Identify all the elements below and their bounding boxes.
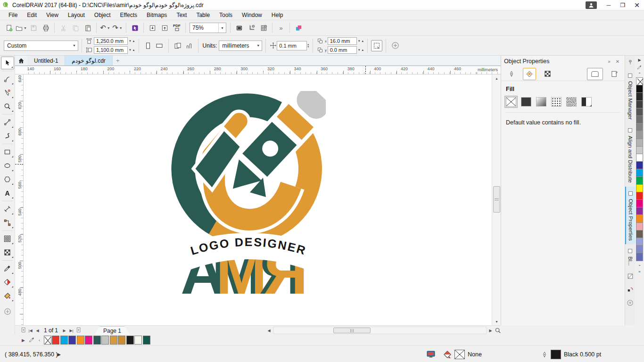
zoom-level-dropdown[interactable]: 75%▼ <box>190 23 226 33</box>
next-page-button[interactable]: ▶ <box>61 329 68 333</box>
close-button[interactable]: ✕ <box>630 0 644 10</box>
rectangle-tool[interactable] <box>1 146 14 158</box>
docker-tab-bl-[interactable]: Bl... <box>627 244 634 270</box>
menu-tools[interactable]: Tools <box>215 11 237 19</box>
docker-close-icon[interactable]: ✕ <box>613 59 622 64</box>
add-page-end-button[interactable] <box>75 327 82 334</box>
add-tool-button[interactable] <box>1 305 14 318</box>
document-palette-swatch[interactable] <box>85 336 92 345</box>
menu-layout[interactable]: Layout <box>63 11 90 19</box>
artistic-media-tool[interactable] <box>1 130 14 142</box>
print-button[interactable] <box>40 22 51 34</box>
menu-bitmaps[interactable]: Bitmaps <box>142 11 172 19</box>
page-height-field[interactable]: 1,100.0 mm <box>94 46 128 54</box>
no-fill-fill-button[interactable] <box>506 97 516 107</box>
page-width-spinners[interactable]: ▼ ▲ <box>129 40 135 42</box>
palette-swatch[interactable] <box>636 207 643 215</box>
contour-tool[interactable] <box>1 232 14 245</box>
uniform-fill-button[interactable] <box>521 97 531 107</box>
application-launcher-button[interactable] <box>293 22 304 34</box>
text-tool[interactable]: A <box>1 187 14 199</box>
palette-swatch[interactable] <box>636 230 643 238</box>
tab-untitled-1[interactable]: Untitled-1 <box>27 56 65 66</box>
palette-swatch[interactable] <box>636 123 643 131</box>
more-button[interactable]: » <box>275 22 287 34</box>
palette-swatch[interactable] <box>636 100 643 108</box>
menu-view[interactable]: View <box>41 11 63 19</box>
palette-scroll-down[interactable]: ⌄ <box>638 261 641 268</box>
palette-swatch[interactable] <box>636 85 643 93</box>
palette-swatch[interactable] <box>636 115 643 123</box>
color-eyedropper-tool[interactable] <box>1 262 14 275</box>
tab-logo-khodam[interactable]: لوگو خودم.cdr <box>65 56 113 66</box>
vertical-scroll-thumb[interactable] <box>493 186 500 213</box>
all-pages-button[interactable] <box>172 40 183 51</box>
menu-object[interactable]: Object <box>90 11 116 19</box>
horizontal-ruler[interactable]: millimeters 1401601802002202402602803003… <box>15 66 501 74</box>
docpal-scroll-left[interactable]: ‹ <box>39 338 40 343</box>
document-palette-swatch[interactable] <box>118 336 125 345</box>
shape-tool[interactable] <box>1 73 14 85</box>
quick-edit-button[interactable] <box>608 68 621 80</box>
horizontal-scroll-thumb[interactable] <box>333 328 371 333</box>
color-proof-icon[interactable] <box>427 348 435 361</box>
hscroll-right-button[interactable]: ▶ <box>487 327 494 334</box>
document-palette-swatch[interactable] <box>52 336 59 345</box>
smart-fill-tool[interactable] <box>1 289 14 302</box>
first-page-button[interactable]: |◀ <box>27 329 34 333</box>
new-document-button[interactable] <box>3 22 15 34</box>
menu-table[interactable]: Table <box>191 11 215 19</box>
palette-swatch[interactable] <box>636 146 643 154</box>
page-preset-dropdown[interactable]: Custom ▼ <box>4 41 78 51</box>
palette-expand[interactable]: » <box>638 268 640 275</box>
fullscreen-preview-button[interactable] <box>233 22 245 34</box>
transparency-tab[interactable] <box>541 68 554 80</box>
show-grid-button[interactable] <box>258 22 269 34</box>
add-page-start-button[interactable] <box>20 327 27 334</box>
menu-file[interactable]: File <box>4 11 22 19</box>
previous-page-button[interactable]: ◀ <box>34 329 41 333</box>
docker-tab-align-and-distribute[interactable]: Align and Distribute <box>627 123 634 187</box>
landscape-button[interactable] <box>154 40 165 51</box>
navigator-icon[interactable] <box>494 327 501 334</box>
palette-swatch[interactable] <box>636 245 643 253</box>
parallel-dimension-tool[interactable] <box>1 203 14 215</box>
palette-swatch[interactable] <box>636 154 643 162</box>
undo-button[interactable]: ↶▼ <box>99 22 111 34</box>
portrait-button[interactable] <box>142 40 154 51</box>
outline-status[interactable]: Black 0.500 pt <box>541 348 601 361</box>
connector-tool[interactable] <box>1 216 14 229</box>
fill-tab[interactable] <box>523 68 536 80</box>
document-palette-swatch[interactable] <box>101 336 109 345</box>
open-button[interactable]: ▼ <box>16 22 27 34</box>
welcome-screen-button[interactable] <box>129 22 140 34</box>
duplicate-y-spinners[interactable]: ▼ ▲ <box>358 49 364 51</box>
menu-help[interactable]: Help <box>267 11 288 19</box>
transparency-tool[interactable] <box>1 246 14 259</box>
docpal-flyout-arrow[interactable]: ▶ <box>22 338 25 343</box>
palette-swatch[interactable] <box>636 161 643 169</box>
copy-button[interactable] <box>70 22 81 34</box>
maximize-button[interactable]: ❒ <box>616 0 630 10</box>
document-palette-swatch[interactable] <box>110 336 117 345</box>
postscript-fill-button[interactable] <box>581 97 592 107</box>
duplicate-y-field[interactable]: 0.0 mm <box>328 46 357 54</box>
docpal-eyedropper-icon[interactable] <box>29 337 35 344</box>
document-palette-swatch[interactable] <box>68 336 76 345</box>
save-button[interactable] <box>28 22 39 34</box>
vertical-scrollbar[interactable]: ▲ ▼ <box>492 74 501 325</box>
nudge-spinner[interactable]: ▲▼ <box>307 43 309 48</box>
palette-editor-button[interactable] <box>627 286 634 293</box>
palette-swatch[interactable] <box>636 92 643 100</box>
publish-pdf-button[interactable]: PDF <box>171 22 182 34</box>
interactive-fill-tool[interactable] <box>1 276 14 288</box>
logo-artwork[interactable]: A M M R R LOGO DESIGNER <box>167 91 326 296</box>
palette-swatch[interactable] <box>636 199 643 207</box>
fountain-fill-button[interactable] <box>536 97 546 107</box>
palette-swatch[interactable] <box>636 131 643 139</box>
current-page-button[interactable] <box>183 40 195 51</box>
pattern-fill-button[interactable] <box>551 97 561 107</box>
palette-scroll-up[interactable]: ⌃ <box>638 71 641 78</box>
palette-swatch[interactable] <box>636 169 643 177</box>
freehand-tool[interactable] <box>1 116 14 129</box>
